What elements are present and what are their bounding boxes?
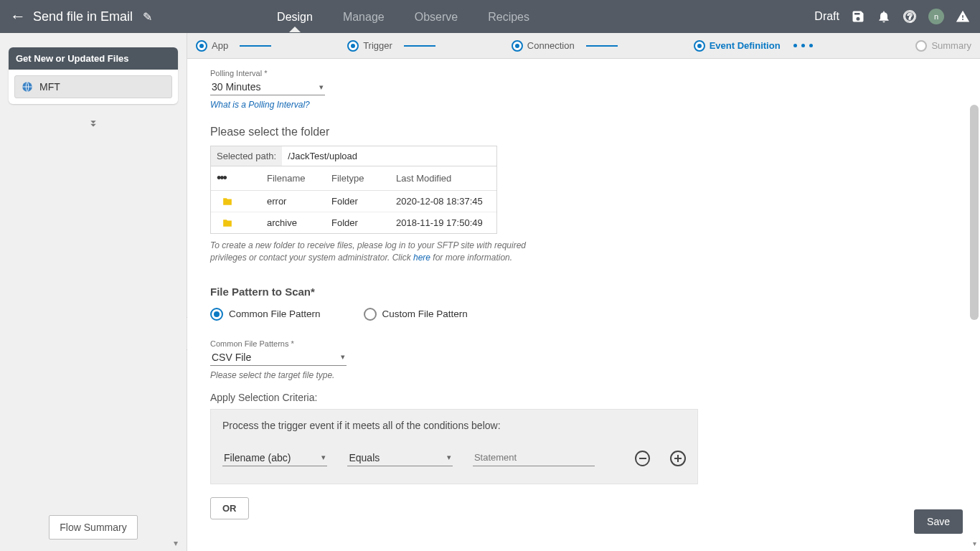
form-scroll-area: Polling Interval * 30 Minutes ▾ What is … xyxy=(187,59,980,551)
step-trigger[interactable]: Trigger xyxy=(347,40,392,52)
scrollbar[interactable]: ▾ xyxy=(969,33,980,551)
add-condition-button[interactable] xyxy=(670,451,686,466)
folder-section-title: Please select the folder xyxy=(210,126,957,138)
folder-hint: To create a new folder to receive files,… xyxy=(210,240,555,264)
step-progress-dots xyxy=(793,44,813,47)
sidebar-item-label: MFT xyxy=(39,81,60,93)
sidebar-scroll-down-icon[interactable]: ▾ xyxy=(174,538,184,548)
remove-condition-button[interactable] xyxy=(635,451,651,466)
help-icon[interactable] xyxy=(903,9,917,24)
folder-icon xyxy=(217,218,267,228)
common-pattern-label: Common File Patterns * xyxy=(210,339,957,348)
caret-down-icon: ▾ xyxy=(321,453,326,462)
step-summary[interactable]: Summary xyxy=(915,40,971,52)
common-pattern-select[interactable]: CSV File ▾ xyxy=(210,349,347,366)
tab-design[interactable]: Design xyxy=(274,4,316,29)
caret-down-icon: ▾ xyxy=(319,83,324,92)
tab-observe[interactable]: Observe xyxy=(412,4,461,29)
folder-icon xyxy=(217,197,267,207)
selected-path-label: Selected path: xyxy=(211,146,282,166)
status-label: Draft xyxy=(814,10,839,23)
trigger-panel: Get New or Updated Files MFT xyxy=(9,47,178,104)
save-icon[interactable] xyxy=(851,9,865,24)
criteria-statement-input[interactable] xyxy=(473,449,595,466)
criteria-box-text: Process the trigger event if it meets al… xyxy=(222,420,686,431)
expand-panel-icon[interactable] xyxy=(9,117,178,133)
col-filetype: Filetype xyxy=(331,173,396,184)
globe-icon xyxy=(21,80,34,93)
folder-row[interactable]: archive Folder 2018-11-19 17:50:49 xyxy=(211,212,496,233)
save-button[interactable]: Save xyxy=(914,509,963,534)
bell-icon[interactable] xyxy=(877,9,891,24)
page-title: Send file in Email xyxy=(33,9,133,24)
header-tabs: Design Manage Observe Recipes xyxy=(274,4,532,29)
tab-recipes[interactable]: Recipes xyxy=(485,4,532,29)
polling-help-link[interactable]: What is a Polling Interval? xyxy=(210,100,310,110)
criteria-operator-select[interactable]: Equals▾ xyxy=(347,450,452,466)
step-connection[interactable]: Connection xyxy=(512,40,575,52)
criteria-field-select[interactable]: Filename (abc)▾ xyxy=(222,450,327,466)
left-sidebar: Get New or Updated Files MFT Flow Summar… xyxy=(0,33,187,551)
selected-path-value: /JackTest/upload xyxy=(282,146,496,166)
avatar[interactable]: n xyxy=(928,9,944,24)
col-filename: Filename xyxy=(267,173,331,184)
polling-interval-select[interactable]: 30 Minutes ▾ xyxy=(210,79,325,95)
col-modified: Last Modified xyxy=(396,173,491,184)
step-app[interactable]: App xyxy=(196,40,228,52)
scrollbar-thumb[interactable] xyxy=(970,105,979,320)
caret-down-icon: ▾ xyxy=(341,352,345,362)
edit-title-icon[interactable]: ✎ xyxy=(143,10,152,24)
scroll-down-icon[interactable]: ▾ xyxy=(970,540,979,550)
pattern-section-title: File Pattern to Scan* xyxy=(210,286,957,298)
folder-hint-link[interactable]: here xyxy=(413,253,430,263)
polling-label: Polling Interval * xyxy=(210,69,957,77)
polling-value: 30 Minutes xyxy=(212,81,260,93)
progress-stepper: App Trigger Connection Event Definition … xyxy=(187,33,980,59)
common-pattern-value: CSV File xyxy=(212,352,251,363)
trigger-panel-title: Get New or Updated Files xyxy=(9,47,178,70)
common-pattern-help: Please select the target file type. xyxy=(210,370,957,380)
apply-criteria-label: Apply Selection Criteria: xyxy=(210,392,957,403)
folder-up-icon[interactable]: ••• xyxy=(217,171,267,186)
or-group-button[interactable]: OR xyxy=(210,497,249,519)
step-event-definition[interactable]: Event Definition xyxy=(694,40,781,52)
folder-row[interactable]: error Folder 2020-12-08 18:37:45 xyxy=(211,191,496,212)
app-header: ← Send file in Email ✎ Design Manage Obs… xyxy=(0,0,980,33)
radio-common-pattern[interactable]: Common File Pattern xyxy=(210,308,321,321)
folder-browser: Selected path: /JackTest/upload ••• File… xyxy=(210,146,497,234)
radio-custom-pattern[interactable]: Custom File Pattern xyxy=(364,308,468,321)
flow-summary-button[interactable]: Flow Summary xyxy=(49,515,137,540)
tab-manage[interactable]: Manage xyxy=(340,4,387,29)
criteria-box: Process the trigger event if it meets al… xyxy=(210,409,698,484)
back-arrow-icon[interactable]: ← xyxy=(10,7,26,26)
caret-down-icon: ▾ xyxy=(447,453,451,462)
sidebar-item-mft[interactable]: MFT xyxy=(14,75,172,98)
main-content: App Trigger Connection Event Definition … xyxy=(187,33,980,551)
warning-icon[interactable] xyxy=(956,9,970,24)
